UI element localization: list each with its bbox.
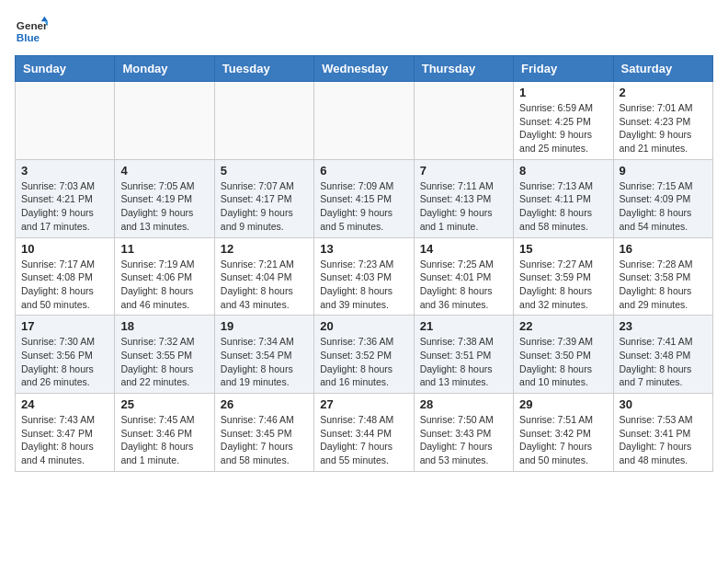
day-info: Sunrise: 7:21 AM Sunset: 4:04 PM Dayligh… [221,258,308,312]
day-info: Sunrise: 7:17 AM Sunset: 4:08 PM Dayligh… [21,258,108,312]
day-header-tuesday: Tuesday [214,56,313,82]
calendar-cell: 23Sunrise: 7:41 AM Sunset: 3:48 PM Dayli… [613,316,712,394]
calendar-cell: 7Sunrise: 7:11 AM Sunset: 4:13 PM Daylig… [414,159,513,237]
day-info: Sunrise: 7:39 AM Sunset: 3:50 PM Dayligh… [519,335,607,389]
day-number: 13 [320,242,407,256]
calendar-cell: 29Sunrise: 7:51 AM Sunset: 3:42 PM Dayli… [514,394,613,472]
day-info: Sunrise: 7:05 AM Sunset: 4:19 PM Dayligh… [120,179,208,234]
calendar-cell [314,82,414,160]
calendar-cell [214,82,313,160]
day-info: Sunrise: 7:25 AM Sunset: 4:01 PM Dayligh… [420,258,507,312]
day-number: 6 [320,164,407,178]
calendar-cell: 11Sunrise: 7:19 AM Sunset: 4:06 PM Dayli… [115,237,214,316]
day-info: Sunrise: 7:23 AM Sunset: 4:03 PM Dayligh… [320,258,407,312]
calendar-cell: 10Sunrise: 7:17 AM Sunset: 4:08 PM Dayli… [16,237,115,316]
day-header-saturday: Saturday [613,56,712,82]
week-row-1: 1Sunrise: 6:59 AM Sunset: 4:25 PM Daylig… [16,82,713,160]
day-number: 7 [420,164,507,178]
day-header-thursday: Thursday [414,56,513,82]
calendar-cell: 4Sunrise: 7:05 AM Sunset: 4:19 PM Daylig… [115,159,214,237]
calendar-cell [16,82,115,160]
day-info: Sunrise: 7:19 AM Sunset: 4:06 PM Dayligh… [120,258,208,312]
day-info: Sunrise: 7:53 AM Sunset: 3:41 PM Dayligh… [620,413,707,467]
day-info: Sunrise: 7:43 AM Sunset: 3:47 PM Dayligh… [21,413,108,467]
day-number: 14 [420,242,507,256]
calendar-cell: 30Sunrise: 7:53 AM Sunset: 3:41 PM Dayli… [613,394,712,472]
day-number: 12 [221,242,308,256]
calendar-cell: 15Sunrise: 7:27 AM Sunset: 3:59 PM Dayli… [514,237,613,316]
calendar-cell: 22Sunrise: 7:39 AM Sunset: 3:50 PM Dayli… [514,316,613,394]
day-info: Sunrise: 7:11 AM Sunset: 4:13 PM Dayligh… [420,179,507,234]
calendar-table: SundayMondayTuesdayWednesdayThursdayFrid… [15,55,713,472]
logo-icon: General Blue [15,15,48,48]
day-number: 11 [120,242,208,256]
day-number: 4 [120,164,208,178]
calendar-cell: 14Sunrise: 7:25 AM Sunset: 4:01 PM Dayli… [414,237,513,316]
day-number: 28 [420,397,507,411]
calendar-cell: 21Sunrise: 7:38 AM Sunset: 3:51 PM Dayli… [414,316,513,394]
calendar-cell [115,82,214,160]
day-info: Sunrise: 7:27 AM Sunset: 3:59 PM Dayligh… [519,258,607,312]
calendar-cell: 18Sunrise: 7:32 AM Sunset: 3:55 PM Dayli… [115,316,214,394]
calendar-cell: 28Sunrise: 7:50 AM Sunset: 3:43 PM Dayli… [414,394,513,472]
day-info: Sunrise: 7:15 AM Sunset: 4:09 PM Dayligh… [620,179,707,234]
week-row-2: 3Sunrise: 7:03 AM Sunset: 4:21 PM Daylig… [16,159,713,237]
day-info: Sunrise: 7:51 AM Sunset: 3:42 PM Dayligh… [519,413,607,467]
day-info: Sunrise: 7:48 AM Sunset: 3:44 PM Dayligh… [320,413,407,467]
day-number: 8 [519,164,607,178]
day-info: Sunrise: 7:32 AM Sunset: 3:55 PM Dayligh… [120,335,208,389]
day-number: 9 [620,164,707,178]
day-number: 27 [320,397,407,411]
day-number: 18 [120,319,208,333]
day-info: Sunrise: 6:59 AM Sunset: 4:25 PM Dayligh… [519,101,607,155]
day-info: Sunrise: 7:01 AM Sunset: 4:23 PM Dayligh… [620,101,707,155]
day-number: 29 [519,397,607,411]
day-info: Sunrise: 7:03 AM Sunset: 4:21 PM Dayligh… [21,179,108,234]
day-number: 25 [120,397,208,411]
calendar-cell: 26Sunrise: 7:46 AM Sunset: 3:45 PM Dayli… [214,394,313,472]
days-of-week-row: SundayMondayTuesdayWednesdayThursdayFrid… [16,56,713,82]
page-header: General Blue [15,15,713,48]
day-info: Sunrise: 7:46 AM Sunset: 3:45 PM Dayligh… [221,413,308,467]
day-info: Sunrise: 7:28 AM Sunset: 3:58 PM Dayligh… [620,258,707,312]
calendar-cell: 3Sunrise: 7:03 AM Sunset: 4:21 PM Daylig… [16,159,115,237]
calendar-body: 1Sunrise: 6:59 AM Sunset: 4:25 PM Daylig… [16,82,713,472]
day-info: Sunrise: 7:45 AM Sunset: 3:46 PM Dayligh… [120,413,208,467]
day-number: 24 [21,397,108,411]
day-info: Sunrise: 7:36 AM Sunset: 3:52 PM Dayligh… [320,335,407,389]
day-info: Sunrise: 7:38 AM Sunset: 3:51 PM Dayligh… [420,335,507,389]
day-number: 3 [21,164,108,178]
day-header-friday: Friday [514,56,613,82]
calendar-cell: 20Sunrise: 7:36 AM Sunset: 3:52 PM Dayli… [314,316,414,394]
day-number: 1 [519,86,607,99]
day-number: 15 [519,242,607,256]
week-row-5: 24Sunrise: 7:43 AM Sunset: 3:47 PM Dayli… [16,394,713,472]
calendar-cell: 24Sunrise: 7:43 AM Sunset: 3:47 PM Dayli… [16,394,115,472]
day-number: 26 [221,397,308,411]
day-number: 30 [620,397,707,411]
day-info: Sunrise: 7:30 AM Sunset: 3:56 PM Dayligh… [21,335,108,389]
day-number: 2 [620,86,707,99]
day-info: Sunrise: 7:09 AM Sunset: 4:15 PM Dayligh… [320,179,407,234]
calendar-cell: 25Sunrise: 7:45 AM Sunset: 3:46 PM Dayli… [115,394,214,472]
week-row-3: 10Sunrise: 7:17 AM Sunset: 4:08 PM Dayli… [16,237,713,316]
day-number: 22 [519,319,607,333]
calendar-cell: 8Sunrise: 7:13 AM Sunset: 4:11 PM Daylig… [514,159,613,237]
day-number: 10 [21,242,108,256]
calendar-cell: 13Sunrise: 7:23 AM Sunset: 4:03 PM Dayli… [314,237,414,316]
calendar-cell: 19Sunrise: 7:34 AM Sunset: 3:54 PM Dayli… [214,316,313,394]
calendar-cell: 27Sunrise: 7:48 AM Sunset: 3:44 PM Dayli… [314,394,414,472]
day-number: 16 [620,242,707,256]
day-number: 23 [620,319,707,333]
day-header-monday: Monday [115,56,214,82]
day-number: 20 [320,319,407,333]
logo: General Blue [15,15,48,48]
day-info: Sunrise: 7:41 AM Sunset: 3:48 PM Dayligh… [620,335,707,389]
calendar-cell: 16Sunrise: 7:28 AM Sunset: 3:58 PM Dayli… [613,237,712,316]
calendar-cell: 17Sunrise: 7:30 AM Sunset: 3:56 PM Dayli… [16,316,115,394]
day-number: 17 [21,319,108,333]
calendar-cell: 1Sunrise: 6:59 AM Sunset: 4:25 PM Daylig… [514,82,613,160]
calendar-cell [414,82,513,160]
calendar-header: SundayMondayTuesdayWednesdayThursdayFrid… [16,56,713,82]
calendar-cell: 6Sunrise: 7:09 AM Sunset: 4:15 PM Daylig… [314,159,414,237]
